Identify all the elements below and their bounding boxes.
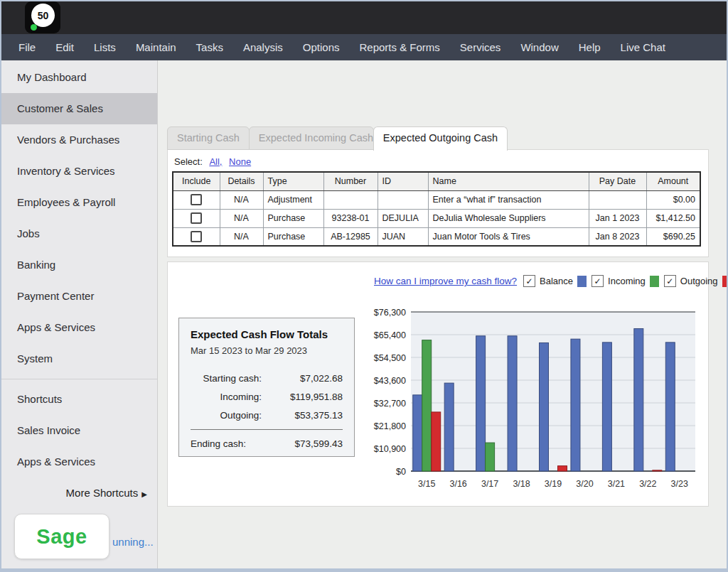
svg-text:$10,900: $10,900 bbox=[374, 444, 406, 454]
ending-cash-value: $73,599.43 bbox=[262, 438, 343, 449]
incoming-value: $119,951.88 bbox=[262, 392, 343, 402]
menu-lists[interactable]: Lists bbox=[94, 41, 116, 53]
ending-cash-label: Ending cash: bbox=[191, 438, 262, 449]
app-badge-50: 50 bbox=[31, 4, 55, 27]
menu-analysis[interactable]: Analysis bbox=[243, 41, 283, 53]
cash-tabs: Starting Cash Expected Incoming Cash Exp… bbox=[167, 126, 507, 151]
starting-cash-value: $7,022.68 bbox=[262, 373, 343, 384]
sidebar-item-apps-services[interactable]: Apps & Services bbox=[1, 312, 157, 343]
outgoing-checkbox[interactable] bbox=[664, 275, 676, 287]
sage50-window: { "topbar": { "app_badge": "50" }, "menu… bbox=[0, 0, 728, 572]
menu-tasks[interactable]: Tasks bbox=[196, 41, 223, 53]
outgoing-cash-table: Include Details Type Number ID Name Pay … bbox=[172, 171, 701, 247]
cell-pay-date bbox=[589, 190, 646, 209]
totals-date-range: Mar 15 2023 to Mar 29 2023 bbox=[191, 345, 343, 356]
menu-file[interactable]: File bbox=[18, 41, 36, 53]
starting-cash-label: Starting cash: bbox=[191, 373, 262, 384]
cell-number: AB-12985 bbox=[323, 227, 378, 246]
cell-type: Purchase bbox=[263, 227, 323, 246]
select-all-link[interactable]: All, bbox=[209, 156, 222, 167]
select-row: Select: All, None bbox=[168, 150, 708, 171]
balance-color-swatch bbox=[577, 276, 587, 287]
cell-details: N/A bbox=[220, 190, 263, 209]
col-name: Name bbox=[428, 172, 589, 190]
cell-amount: $0.00 bbox=[646, 190, 700, 209]
sidebar-divider bbox=[1, 379, 157, 379]
table-row: N/A Purchase AB-12985 JUAN Juan Motor To… bbox=[173, 227, 700, 246]
running-status-text[interactable]: unning... bbox=[112, 536, 154, 548]
tab-expected-outgoing-cash[interactable]: Expected Outgoing Cash bbox=[373, 126, 508, 151]
arrow-right-icon: ▶ bbox=[141, 490, 147, 498]
cell-number bbox=[323, 190, 378, 209]
title-bar: 50 bbox=[1, 1, 727, 34]
menu-services[interactable]: Services bbox=[460, 41, 501, 53]
cell-id bbox=[378, 190, 428, 209]
tab-expected-incoming-cash[interactable]: Expected Incoming Cash bbox=[249, 126, 374, 150]
svg-text:3/18: 3/18 bbox=[513, 479, 530, 489]
cell-name[interactable]: Enter a “what if” transaction bbox=[428, 190, 589, 209]
menu-maintain[interactable]: Maintain bbox=[136, 41, 176, 53]
svg-text:3/23: 3/23 bbox=[671, 479, 688, 489]
svg-text:3/16: 3/16 bbox=[449, 479, 466, 489]
totals-divider bbox=[191, 429, 343, 430]
sidebar-item-my-dashboard[interactable]: My Dashboard bbox=[1, 62, 157, 93]
sidebar-item-employees-payroll[interactable]: Employees & Payroll bbox=[1, 187, 157, 218]
more-shortcuts-button[interactable]: More Shortcuts▶ bbox=[1, 477, 157, 509]
cell-number: 93238-01 bbox=[323, 209, 378, 227]
svg-text:3/20: 3/20 bbox=[576, 479, 593, 489]
cash-flow-chart-panel: How can I improve my cash flow? Balance … bbox=[167, 261, 709, 507]
include-checkbox[interactable] bbox=[191, 212, 202, 224]
more-shortcuts-label: More Shortcuts bbox=[66, 487, 139, 499]
expected-cash-flow-totals-box: Expected Cash Flow Totals Mar 15 2023 to… bbox=[178, 318, 355, 457]
menu-help[interactable]: Help bbox=[579, 41, 601, 53]
totals-row-starting: Starting cash: $7,022.68 bbox=[191, 369, 343, 387]
totals-row-outgoing: Outgoing: $53,375.13 bbox=[191, 406, 343, 424]
legend-item-outgoing: Outgoing bbox=[664, 275, 728, 287]
sage50-app-icon[interactable]: 50 bbox=[25, 1, 60, 33]
svg-text:3/17: 3/17 bbox=[481, 479, 498, 489]
sidebar-item-system[interactable]: System bbox=[1, 343, 157, 374]
content-area: Starting Cash Expected Incoming Cash Exp… bbox=[158, 60, 727, 571]
sidebar-item-payment-center[interactable]: Payment Center bbox=[1, 281, 157, 312]
col-number: Number bbox=[323, 172, 378, 190]
select-none-link[interactable]: None bbox=[229, 156, 251, 167]
tab-starting-cash[interactable]: Starting Cash bbox=[167, 126, 250, 150]
cell-details: N/A bbox=[220, 227, 263, 246]
svg-text:$21,800: $21,800 bbox=[374, 421, 406, 431]
balance-checkbox[interactable] bbox=[523, 275, 535, 287]
sidebar-item-customer-sales[interactable]: Customer & Sales bbox=[1, 93, 157, 124]
sidebar-item-jobs[interactable]: Jobs bbox=[1, 218, 157, 249]
sidebar-item-shortcuts[interactable]: Shortcuts bbox=[1, 384, 157, 415]
include-checkbox[interactable] bbox=[191, 231, 202, 242]
cash-flow-bar-chart: $0$10,900$21,800$32,700$43,600$54,500$65… bbox=[367, 299, 701, 492]
svg-text:3/19: 3/19 bbox=[545, 479, 562, 489]
legend-item-incoming: Incoming bbox=[592, 275, 659, 287]
improve-cash-flow-link[interactable]: How can I improve my cash flow? bbox=[374, 276, 517, 286]
sidebar-item-sales-invoice[interactable]: Sales Invoice bbox=[1, 415, 157, 446]
include-checkbox[interactable] bbox=[191, 194, 202, 205]
outgoing-value: $53,375.13 bbox=[262, 410, 343, 421]
svg-text:$32,700: $32,700 bbox=[374, 399, 406, 409]
menu-reports-forms[interactable]: Reports & Forms bbox=[359, 41, 439, 53]
incoming-checkbox[interactable] bbox=[592, 275, 604, 287]
sidebar-item-banking[interactable]: Banking bbox=[1, 249, 157, 281]
incoming-color-swatch bbox=[650, 276, 659, 287]
cell-id: JUAN bbox=[378, 227, 428, 246]
cell-name: DeJulia Wholesale Suppliers bbox=[428, 209, 589, 227]
sidebar-item-inventory-services[interactable]: Inventory & Services bbox=[1, 156, 157, 187]
menu-live-chat[interactable]: Live Chat bbox=[621, 41, 665, 53]
svg-text:3/22: 3/22 bbox=[639, 479, 656, 489]
menu-window[interactable]: Window bbox=[520, 41, 558, 53]
col-id: ID bbox=[378, 172, 428, 190]
running-indicator-dot bbox=[31, 24, 37, 31]
legend-label-balance: Balance bbox=[540, 276, 573, 286]
sidebar-item-vendors-purchases[interactable]: Vendors & Purchases bbox=[1, 124, 157, 156]
svg-text:3/15: 3/15 bbox=[418, 479, 435, 489]
menu-options[interactable]: Options bbox=[303, 41, 340, 53]
totals-title: Expected Cash Flow Totals bbox=[191, 328, 343, 340]
sidebar-item-apps-services-shortcut[interactable]: Apps & Services bbox=[1, 446, 157, 477]
col-pay-date: Pay Date bbox=[589, 172, 646, 190]
chart-legend-row: How can I improve my cash flow? Balance … bbox=[374, 275, 728, 287]
svg-text:$43,600: $43,600 bbox=[374, 376, 406, 386]
menu-edit[interactable]: Edit bbox=[55, 41, 74, 53]
